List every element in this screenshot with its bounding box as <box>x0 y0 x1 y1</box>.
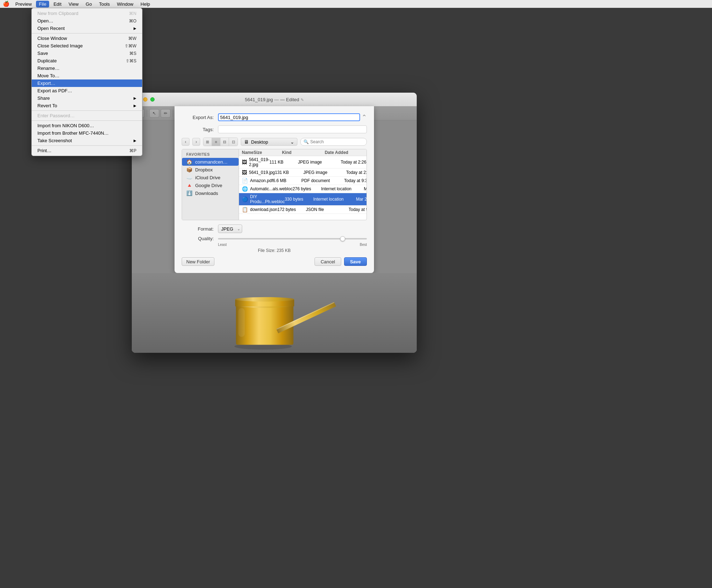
quality-row: Quality: <box>182 236 367 241</box>
menu-item-rename[interactable]: Rename… <box>32 65 142 72</box>
maximize-button[interactable] <box>150 97 155 102</box>
downloads-icon: ⬇️ <box>186 190 192 196</box>
file-kind: JPEG image <box>303 170 346 175</box>
menu-item-shortcut: ⇧⌘W <box>125 43 136 48</box>
file-name: Automatic...als.webloc <box>250 186 292 191</box>
tags-row: Tags: <box>182 125 367 133</box>
col-date[interactable]: Date Added <box>325 150 367 155</box>
export-dialog: Export As: ⌃ Tags: ‹ › ⊞ ≡ ⊟ ⊡ <box>132 106 417 353</box>
col-size[interactable]: Size <box>254 150 282 155</box>
location-selector[interactable]: 🖥 Desktop ⌄ <box>241 138 297 146</box>
menubar-view[interactable]: View <box>66 1 82 7</box>
menubar-help[interactable]: Help <box>138 1 153 7</box>
menu-item-save[interactable]: Save ⌘S <box>32 50 142 57</box>
sidebar-item-icloud[interactable]: ☁️ iCloud Drive <box>182 174 239 181</box>
menu-item-label: Export as PDF… <box>37 88 72 93</box>
search-input[interactable] <box>310 139 364 144</box>
col-kind[interactable]: Kind <box>282 150 325 155</box>
sidebar-item-label: commandcen… <box>195 159 228 165</box>
file-kind: JSON file <box>306 207 349 212</box>
file-size: 276 bytes <box>292 186 321 191</box>
menubar-file[interactable]: File <box>36 1 49 7</box>
menu-item-close-window[interactable]: Close Window ⌘W <box>32 35 142 42</box>
chevron-right-icon: ▶ <box>134 104 136 108</box>
sidebar-item-downloads[interactable]: ⬇️ Downloads <box>182 189 239 197</box>
sidebar-item-label: Google Drive <box>195 183 222 188</box>
menu-item-import-brother[interactable]: Import from Brother MFC-7440N… <box>32 129 142 137</box>
menubar-go[interactable]: Go <box>83 1 95 7</box>
file-row[interactable]: 📄 Amazon.pdf 6.6 MB PDF document Today a… <box>239 177 367 185</box>
menu-item-shortcut: ⌘P <box>129 148 136 153</box>
file-kind: Internet location <box>321 186 364 191</box>
file-icon: 📋 <box>242 207 248 212</box>
menu-item-import-nikon[interactable]: Import from NIKON D600… <box>32 122 142 129</box>
view-icons-btn[interactable]: ⊞ <box>203 138 212 146</box>
menubar-tools[interactable]: Tools <box>96 1 113 7</box>
file-menu-dropdown: New from Clipboard ⌘N Open… ⌘O Open Rece… <box>31 8 142 156</box>
menu-item-shortcut: ⌘O <box>129 19 136 24</box>
menu-separator-2 <box>32 110 142 111</box>
format-select[interactable]: JPEG PNG TIFF PDF <box>218 225 242 233</box>
new-folder-button[interactable]: New Folder <box>182 257 214 266</box>
menu-item-move-to[interactable]: Move To… <box>32 72 142 79</box>
file-row[interactable]: 🖼 5641_019-2.jpg 111 KB JPEG image Today… <box>239 156 367 169</box>
menu-item-shortcut: ⌘N <box>129 11 136 16</box>
menu-item-export[interactable]: Export… <box>32 79 142 87</box>
apple-menu[interactable]: 🍎 <box>3 1 10 7</box>
back-button[interactable]: ‹ <box>182 138 189 146</box>
menu-item-print[interactable]: Print… ⌘P <box>32 147 142 154</box>
dialog-buttons: New Folder Cancel Save <box>182 257 367 266</box>
menu-item-new-from-clipboard[interactable]: New from Clipboard ⌘N <box>32 10 142 17</box>
sidebar-item-dropbox[interactable]: 📦 Dropbox <box>182 166 239 174</box>
search-box[interactable]: 🔍 <box>300 138 367 146</box>
svg-rect-7 <box>238 308 245 337</box>
format-select-wrapper[interactable]: JPEG PNG TIFF PDF <box>218 225 242 233</box>
view-list-btn[interactable]: ≡ <box>212 138 220 146</box>
file-row-selected[interactable]: 🔵 DIY Produ...Ph.webloc 330 bytes Intern… <box>239 193 367 206</box>
tags-input[interactable] <box>218 125 367 133</box>
save-button[interactable]: Save <box>344 257 367 266</box>
chevron-down-icon: ⌄ <box>290 139 294 145</box>
view-columns-btn[interactable]: ⊟ <box>220 138 229 146</box>
menubar-edit[interactable]: Edit <box>51 1 64 7</box>
file-icon: 🖼 <box>242 159 247 165</box>
expand-button[interactable]: ⌃ <box>362 113 367 121</box>
svg-point-4 <box>235 297 294 302</box>
export-as-input[interactable] <box>218 113 360 121</box>
menu-item-label: Import from Brother MFC-7440N… <box>37 130 109 136</box>
file-size: 131 KB <box>275 170 303 175</box>
view-gallery-btn[interactable]: ⊡ <box>229 138 238 146</box>
quality-slider[interactable] <box>218 238 367 239</box>
menu-item-label: Move To… <box>37 73 59 78</box>
minimize-button[interactable] <box>143 97 147 102</box>
file-row[interactable]: 🖼 5641_019.jpg 131 KB JPEG image Today a… <box>239 169 367 177</box>
file-date: Mar 22, 2018 at 1:42 P <box>364 186 367 191</box>
file-row[interactable]: 🌐 Automatic...als.webloc 276 bytes Inter… <box>239 185 367 193</box>
menu-item-label: Open Recent <box>37 26 65 31</box>
menu-item-export-pdf[interactable]: Export as PDF… <box>32 87 142 94</box>
cancel-button[interactable]: Cancel <box>315 257 341 266</box>
file-icon: 🌐 <box>242 186 248 192</box>
menu-item-label: Import from NIKON D600… <box>37 123 94 128</box>
menu-item-close-selected-image[interactable]: Close Selected Image ⇧⌘W <box>32 42 142 50</box>
sidebar-item-label: Dropbox <box>195 167 213 172</box>
menu-item-label: Close Window <box>37 36 67 41</box>
col-name[interactable]: Name <box>242 150 254 155</box>
sidebar-item-googledrive[interactable]: 🔺 Google Drive <box>182 181 239 189</box>
sidebar-item-commandcen[interactable]: 🏠 commandcen… <box>182 158 239 166</box>
menu-item-label: Duplicate <box>37 58 57 63</box>
menu-item-share[interactable]: Share ▶ <box>32 94 142 102</box>
menu-item-open-recent[interactable]: Open Recent ▶ <box>32 25 142 32</box>
product-image <box>132 273 417 353</box>
file-row[interactable]: 📋 download.json 172 bytes JSON file Toda… <box>239 206 367 214</box>
menu-item-take-screenshot[interactable]: Take Screenshot ▶ <box>32 137 142 144</box>
menu-item-enter-password[interactable]: Enter Password… <box>32 112 142 119</box>
file-size: 111 KB <box>269 160 298 165</box>
menu-item-duplicate[interactable]: Duplicate ⇧⌘S <box>32 57 142 65</box>
menu-item-open[interactable]: Open… ⌘O <box>32 17 142 25</box>
location-row: ‹ › ⊞ ≡ ⊟ ⊡ 🖥 Desktop ⌄ 🔍 <box>182 138 367 146</box>
menu-item-revert-to[interactable]: Revert To ▶ <box>32 102 142 109</box>
menubar-preview[interactable]: Preview <box>12 1 35 7</box>
forward-button[interactable]: › <box>192 138 200 146</box>
menubar-window[interactable]: Window <box>114 1 136 7</box>
